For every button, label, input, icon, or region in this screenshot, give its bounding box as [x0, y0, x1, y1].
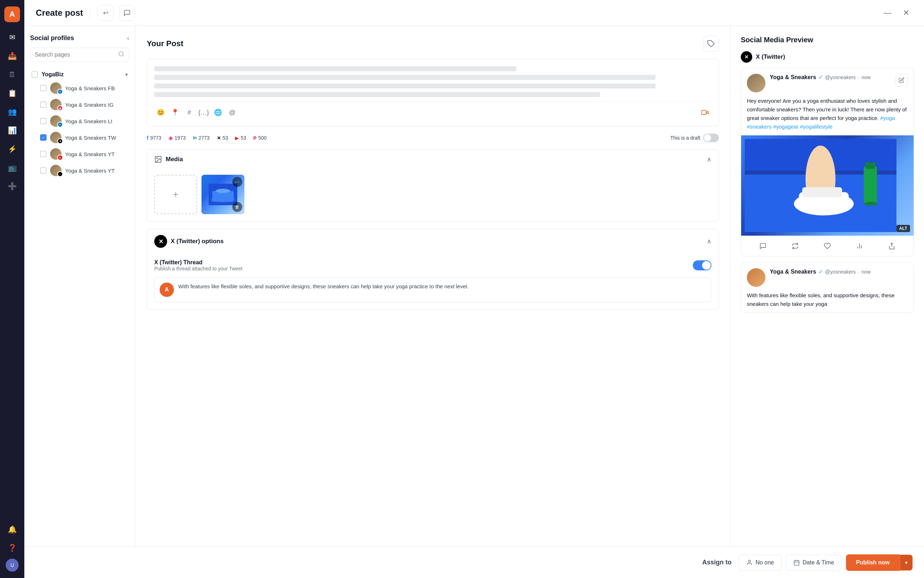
close-button[interactable]: ✕	[900, 6, 913, 19]
modal-footer: Assign to No one Date & Time Publish now…	[24, 547, 924, 578]
brand-header[interactable]: YogaBiz ▾	[30, 69, 129, 80]
svg-rect-18	[865, 162, 875, 169]
nav-icon-calendar[interactable]: 🗓	[4, 67, 20, 82]
alt-badge[interactable]: ALT	[896, 225, 910, 232]
nav-avatar[interactable]: U	[6, 559, 19, 572]
minimize-button[interactable]: —	[881, 6, 894, 19]
verified-badge-2: ✓	[819, 268, 823, 275]
nav-icon-audience[interactable]: 👥	[4, 104, 20, 120]
tw-badge: ✕	[57, 138, 63, 144]
media-section-header[interactable]: Media ∧	[147, 150, 718, 169]
publish-dropdown-button[interactable]: ▾	[900, 555, 913, 570]
profile-avatar-wrap-tw: ✕	[50, 132, 61, 143]
svg-point-9	[216, 189, 230, 193]
like-button-1[interactable]	[821, 240, 834, 252]
profile-item-tw[interactable]: ✕ Yoga & Sneakers TW	[30, 129, 129, 146]
no-one-button[interactable]: No one	[739, 555, 782, 570]
translate-button[interactable]: 🌐	[212, 106, 224, 119]
profile-checkbox-tw[interactable]	[40, 134, 47, 141]
profiles-header: Social profiles ‹	[30, 34, 129, 42]
fb-badge: f	[57, 89, 63, 94]
nav-icon-help[interactable]: ❓	[4, 540, 20, 556]
profiles-collapse-button[interactable]: ‹	[127, 34, 129, 42]
app-sidebar: A ✉ 📥 🗓 📋 👥 📊 ⚡ 📺 ➕ 🔔 ❓ U	[0, 0, 24, 578]
stat-tw: ✕ 53	[217, 135, 228, 141]
brand-checkbox[interactable]	[31, 71, 38, 78]
variable-button[interactable]: {…}	[197, 106, 210, 119]
analytics-button-1[interactable]	[853, 240, 866, 252]
nav-icon-add[interactable]: ➕	[4, 179, 20, 194]
thread-option-row: X (Twitter) Thread Publish a thread atta…	[154, 259, 711, 271]
retweet-button-1[interactable]	[789, 240, 802, 252]
search-input[interactable]	[35, 52, 115, 58]
svg-line-1	[122, 55, 123, 56]
thread-button[interactable]	[119, 5, 135, 21]
tweet-preview-card-2: Yoga & Sneakers ✓ @yosneakers · now With…	[741, 262, 914, 313]
nav-icon-analytics[interactable]: 📊	[4, 122, 20, 138]
profile-item-yt[interactable]: ▶ Yoga & Sneakers YT	[30, 146, 129, 162]
media-grid: +	[154, 175, 711, 214]
person-icon	[746, 559, 752, 566]
profile-checkbox-fb[interactable]	[40, 85, 47, 91]
nav-icon-notifications[interactable]: 🔔	[4, 521, 20, 537]
pi-icon: P	[253, 135, 257, 141]
tweet-user-info-2: Yoga & Sneakers ✓ @yosneakers · now	[770, 268, 908, 275]
post-panel-header: Your Post	[147, 36, 719, 52]
profile-item-ig[interactable]: ◉ Yoga & Sneakers IG	[30, 96, 129, 113]
location-button[interactable]: 📍	[168, 106, 181, 119]
profile-checkbox-li[interactable]	[40, 118, 47, 124]
modal-window: Create post ↩ — ✕ Social profiles ‹	[24, 0, 924, 578]
media-icon	[154, 156, 162, 163]
svg-point-24	[748, 560, 751, 562]
share-button-1[interactable]	[885, 240, 898, 252]
date-time-button[interactable]: Date & Time	[786, 555, 842, 570]
tweet-avatar-1	[747, 74, 765, 93]
reply-button-1[interactable]	[757, 240, 769, 252]
media-menu-button[interactable]: ⋯	[232, 177, 242, 187]
twitter-options-chevron-icon: ∧	[707, 237, 711, 245]
magic-button[interactable]	[699, 106, 711, 119]
mention-button[interactable]: @	[226, 106, 239, 119]
nav-icon-inbox[interactable]: 📥	[4, 48, 20, 64]
tweet-avatar-2	[747, 268, 765, 287]
nav-icon-automation[interactable]: ⚡	[4, 141, 20, 157]
hashtag-button[interactable]: #	[183, 106, 196, 119]
li-icon: in	[193, 135, 197, 140]
media-delete-button[interactable]: 🗑	[232, 202, 242, 212]
tweet-handle-2: @yosneakers	[825, 269, 856, 275]
twitter-options-title: X (Twitter) options	[171, 238, 224, 245]
media-thumbnail: ⋯ 🗑	[201, 175, 244, 214]
post-panel: Your Post 😊 📍 # {…}	[135, 26, 731, 578]
nav-icon-media[interactable]: 📺	[4, 160, 20, 175]
profile-name-li: Yoga & Sneakers LI	[65, 118, 112, 124]
stat-ig: ◉ 1973	[168, 135, 186, 141]
profile-item-tk[interactable]: ♪ Yoga & Sneakers YT	[30, 162, 129, 179]
media-add-button[interactable]: +	[154, 175, 197, 214]
profile-name-tw: Yoga & Sneakers TW	[65, 135, 116, 141]
draft-toggle-switch[interactable]	[703, 133, 719, 142]
profile-checkbox-yt[interactable]	[40, 151, 47, 157]
post-editor-area[interactable]: 😊 📍 # {…} 🌐 @	[147, 59, 719, 127]
calendar-icon	[793, 559, 800, 566]
thread-toggle-switch[interactable]	[693, 260, 711, 270]
tag-button[interactable]	[703, 36, 719, 52]
profile-item-fb[interactable]: f Yoga & Sneakers FB	[30, 80, 129, 96]
profile-item-li[interactable]: in Yoga & Sneakers LI	[30, 113, 129, 129]
fb-icon: f	[147, 135, 149, 141]
thread-content[interactable]: With features like flexible soles, and s…	[178, 283, 706, 297]
tweet-edit-button-1[interactable]	[895, 74, 908, 87]
twitter-options-header[interactable]: ✕ X (Twitter) options ∧	[147, 229, 718, 253]
publish-now-button[interactable]: Publish now	[846, 554, 900, 571]
nav-icon-compose[interactable]: ✉	[4, 29, 20, 45]
emoji-button[interactable]: 😊	[154, 106, 167, 119]
svg-point-19	[864, 202, 877, 206]
profile-checkbox-tk[interactable]	[40, 167, 47, 174]
twitter-options-section: ✕ X (Twitter) options ∧ X (Twitter) Thre…	[147, 229, 719, 310]
publish-button-group: Publish now ▾	[846, 554, 913, 571]
stat-pi: P 500	[253, 135, 267, 141]
nav-icon-posts[interactable]: 📋	[4, 85, 20, 101]
history-button[interactable]: ↩	[98, 5, 113, 21]
profile-checkbox-ig[interactable]	[40, 101, 47, 108]
stat-fb: f 9773	[147, 135, 162, 141]
media-thumb-actions: ⋯	[232, 177, 242, 187]
